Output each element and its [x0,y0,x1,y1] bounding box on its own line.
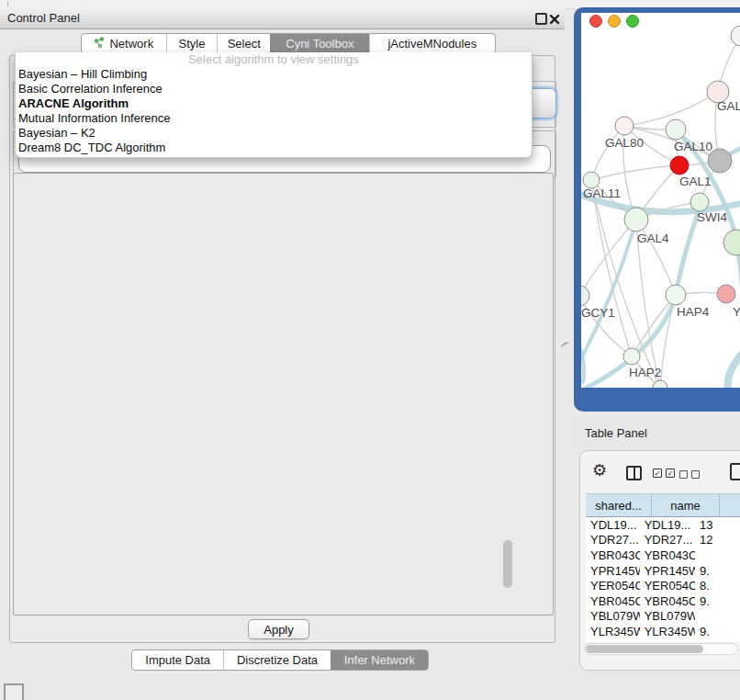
table-cell[interactable]: YBR043C [640,548,695,562]
table-cell[interactable]: YBL079W [640,609,695,623]
network-edge[interactable] [660,295,676,388]
tab-jactivemnodules[interactable]: jActiveMNodules [369,34,495,53]
algorithm-option-aracne-algorithm[interactable]: ARACNE Algorithm [16,96,532,111]
network-node-gal10[interactable] [666,119,686,140]
table-cell[interactable]: 9. [695,625,740,638]
table-cell[interactable]: YBR045C [586,594,640,608]
table-cell[interactable]: 12 [695,533,740,547]
algorithm-option-bayesian-hill-climbing[interactable]: Bayesian – Hill Climbing [16,67,532,82]
minimized-panel-icon[interactable] [4,683,24,700]
table-row[interactable]: YDR27...YDR27...12 [586,533,740,548]
network-edge[interactable] [632,295,676,356]
table-cell[interactable]: YDL19... [640,518,695,532]
table-cell[interactable]: YDR27... [640,533,695,547]
table-cell[interactable]: YIL052C [586,640,640,642]
network-node-gal1[interactable] [670,156,689,175]
table-cell[interactable]: YLR345W [640,625,695,638]
table-row[interactable]: YBR045CYBR045C9. [586,593,740,609]
table-partial-icon[interactable] [730,463,740,480]
table-row[interactable]: YBL079WYBL079W [586,609,740,625]
table-cell[interactable]: YBL079W [586,609,640,623]
splitter-grip[interactable] [560,341,571,351]
network-canvas[interactable]: GALGAL80GAL10GAL1GAL11SWI4GAL4HAP4YGCY1H… [581,13,740,388]
network-node-gcy1[interactable] [581,286,589,306]
apply-button[interactable]: Apply [248,619,309,639]
tab-cyni-toolbox[interactable]: Cyni Toolbox [270,34,369,53]
tab-network[interactable]: Network [82,34,166,53]
node-label-gcy1: GCY1 [581,306,615,320]
network-graph[interactable]: GALGAL80GAL10GAL1GAL11SWI4GAL4HAP4YGCY1H… [581,13,740,388]
network-edge-thick[interactable] [728,349,740,388]
node-label-gal1: GAL1 [679,175,712,188]
node-label-gal10: GAL10 [674,140,712,153]
table-hscrollbar-thumb[interactable] [586,645,703,653]
table-cell[interactable]: 13 [695,518,740,532]
split-columns-icon[interactable] [626,466,642,480]
table-cell[interactable]: YER054C [640,579,695,593]
table-panel-title: Table Panel [574,415,740,452]
tab-label: Impute Data [145,653,210,667]
attributes-list-scrollbar-thumb[interactable] [503,540,512,588]
table-cell[interactable]: YIL052C [640,640,695,642]
table-row[interactable]: YPR145WYPR145W9. [586,563,740,579]
table-cell[interactable]: YDL19... [586,518,640,532]
algorithm-option-mutual-information-inference[interactable]: Mutual Information Inference [16,111,532,126]
dropdown-item-list: Bayesian – Hill ClimbingBasic Correlatio… [16,67,532,155]
node-label-hap2: HAP2 [629,366,661,379]
table-cell[interactable]: 9. [695,594,740,608]
table-row[interactable]: YIL052CYIL052C9 [586,639,740,642]
tab-style[interactable]: Style [166,34,218,53]
network-node-gal80[interactable] [615,117,633,135]
table-row[interactable]: YLR345WYLR345W9. [586,624,740,639]
column-header-shared[interactable]: shared... [586,493,652,517]
network-node-hap2[interactable] [623,348,640,365]
node-label-gal: GAL [717,99,740,113]
algorithm-option-dream8-dc-tdc-algorithm[interactable]: Dream8 DC_TDC Algorithm [16,141,532,155]
traffic-light-close-icon[interactable] [590,16,602,28]
table-cell[interactable]: YPR145W [640,564,695,578]
tab-discretize-data[interactable]: Discretize Data [223,650,330,670]
network-edge-thick[interactable] [581,336,584,382]
table-cell[interactable]: 9. [695,564,740,578]
algorithm-option-bayesian-k2[interactable]: Bayesian – K2 [16,126,532,141]
table-cell[interactable]: YLR345W [586,625,640,638]
algorithm-option-basic-correlation-inference[interactable]: Basic Correlation Inference [16,82,532,96]
table-cell[interactable]: 9 [695,640,740,642]
tab-select[interactable]: Select [217,34,270,53]
table-cell[interactable]: YDR27... [586,533,640,547]
network-node-swi4[interactable] [690,193,709,211]
table-cell[interactable]: YPR145W [586,564,640,578]
tab-infer-network[interactable]: Infer Network [331,650,428,670]
column-header-partial[interactable] [720,493,740,517]
network-node-edge-top[interactable] [731,26,740,46]
table-cell[interactable]: YER054C [586,579,640,593]
tab-impute-data[interactable]: Impute Data [132,650,223,670]
network-node-gal4[interactable] [624,208,648,231]
table-row[interactable]: YER054CYER054C8. [586,578,740,593]
select-all-checkboxes-icon[interactable]: ✓ ✓ [653,469,675,478]
algorithm-dropdown-popup: Select algorithm to view settings Bayesi… [15,52,533,158]
toolbar-divider [7,1,8,6]
network-node-bottomn[interactable] [653,380,667,388]
column-header-name[interactable]: name [652,493,720,517]
network-node-hap4[interactable] [666,285,686,305]
network-edge[interactable] [581,220,636,296]
network-edge[interactable] [591,165,679,180]
float-panel-icon[interactable] [535,13,547,25]
network-node-biggreen[interactable] [723,230,740,255]
network-node-y[interactable] [717,285,735,303]
deselect-checkboxes-icon[interactable] [679,470,700,479]
tab-label: Infer Network [344,653,415,667]
gear-icon[interactable]: ⚙ [592,462,607,479]
table-cell[interactable]: 8. [695,579,740,593]
close-panel-icon[interactable] [549,12,560,23]
table-cell[interactable]: YBR043C [586,548,640,562]
table-row[interactable]: YBR043CYBR043C [586,548,740,563]
table-cell[interactable]: YBR045C [640,594,695,608]
traffic-light-zoom-icon[interactable] [627,16,639,28]
table-row[interactable]: YDL19...YDL19...13 [586,517,740,533]
traffic-light-minimize-icon[interactable] [609,16,621,28]
table-header-row: shared...name [586,493,740,517]
node-label-gal11: GAL11 [583,186,621,200]
checked-box-icon: ✓ [653,469,662,478]
